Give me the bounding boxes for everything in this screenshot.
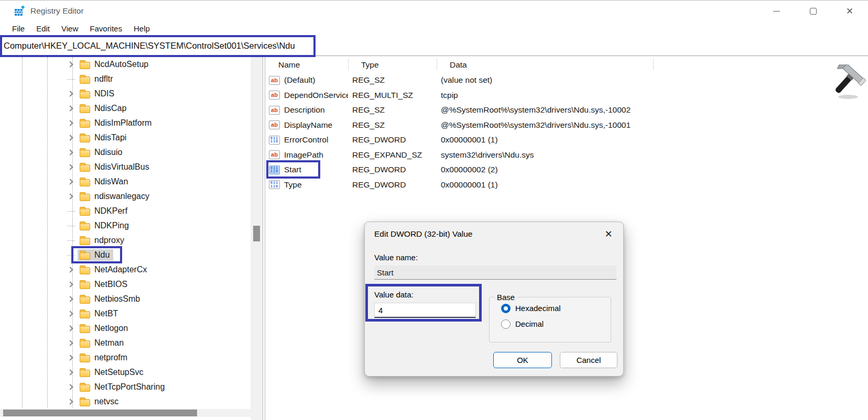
radio-button-icon[interactable] bbox=[501, 319, 511, 329]
tree-item-label[interactable]: NetBIOS bbox=[94, 280, 127, 289]
tree-item-Ndisuio[interactable]: Ndisuio bbox=[0, 145, 251, 160]
tree-item-NetTcpPortSharing[interactable]: NetTcpPortSharing bbox=[0, 380, 251, 394]
tree-item-label[interactable]: NdisCap bbox=[94, 104, 126, 113]
chevron-right-icon[interactable] bbox=[67, 61, 73, 67]
menu-file[interactable]: File bbox=[6, 23, 30, 34]
chevron-right-icon[interactable] bbox=[67, 311, 73, 316]
vertical-scrollbar-thumb[interactable] bbox=[253, 226, 260, 241]
address-path[interactable]: Computer\HKEY_LOCAL_MACHINE\SYSTEM\Contr… bbox=[4, 41, 295, 51]
tree-item-NetbiosSmb[interactable]: NetbiosSmb bbox=[0, 292, 251, 306]
chevron-right-icon[interactable] bbox=[67, 267, 73, 272]
tree-vertical-scrollbar[interactable] bbox=[251, 57, 263, 420]
maximize-button[interactable] bbox=[795, 1, 831, 21]
radio-button-icon[interactable] bbox=[501, 304, 511, 313]
dialog-close-icon[interactable]: ✕ bbox=[602, 227, 615, 241]
tree-item-ndfltr[interactable]: ndfltr bbox=[0, 72, 251, 86]
value-name[interactable]: ErrorControl bbox=[284, 135, 328, 145]
tree-item-NetBIOS[interactable]: NetBIOS bbox=[0, 277, 251, 292]
tree-item-NetBT[interactable]: NetBT bbox=[0, 306, 251, 321]
value-name[interactable]: Description bbox=[284, 105, 325, 115]
tree-item-ndproxy[interactable]: ndproxy bbox=[0, 233, 251, 248]
tree-item-label[interactable]: NetSetupSvc bbox=[94, 368, 143, 377]
tree-item-NdisVirtualBus[interactable]: NdisVirtualBus bbox=[0, 160, 251, 174]
tree-item-label[interactable]: netprofm bbox=[94, 353, 127, 362]
chevron-right-icon[interactable] bbox=[67, 355, 73, 360]
chevron-right-icon[interactable] bbox=[67, 193, 73, 199]
chevron-right-icon[interactable] bbox=[67, 325, 73, 331]
tree-item-label[interactable]: Netlogon bbox=[94, 324, 128, 333]
tree-item-NetAdapterCx[interactable]: NetAdapterCx bbox=[0, 262, 251, 277]
tree-item-label[interactable]: Netman bbox=[94, 338, 124, 348]
chevron-right-icon[interactable] bbox=[67, 296, 73, 302]
registry-value-row-Default[interactable]: ab (Default) REG_SZ (value not set) bbox=[265, 73, 868, 88]
chevron-right-icon[interactable] bbox=[67, 399, 73, 404]
registry-value-row-DisplayName[interactable]: ab DisplayName REG_SZ @%SystemRoot%\syst… bbox=[265, 118, 868, 133]
menu-view[interactable]: View bbox=[56, 23, 84, 34]
registry-value-row-Start[interactable]: 011110 Start REG_DWORD 0x00000002 (2) bbox=[265, 162, 868, 178]
close-button[interactable]: ✕ bbox=[831, 1, 868, 21]
chevron-right-icon[interactable] bbox=[67, 105, 73, 111]
tree-item-NDKPerf[interactable]: NDKPerf bbox=[0, 204, 251, 218]
chevron-right-icon[interactable] bbox=[67, 135, 73, 140]
tree-item-label[interactable]: ndiswanlegacy bbox=[94, 192, 149, 201]
tree-item-Ndu[interactable]: Ndu bbox=[0, 248, 251, 262]
menu-edit[interactable]: Edit bbox=[30, 23, 56, 34]
menu-favorites[interactable]: Favorites bbox=[84, 23, 128, 34]
column-separator[interactable] bbox=[437, 59, 437, 70]
cancel-button[interactable]: Cancel bbox=[560, 352, 617, 368]
tree-item-NcdAutoSetup[interactable]: NcdAutoSetup bbox=[0, 57, 251, 72]
tree-item-label[interactable]: NDKPerf bbox=[94, 206, 127, 216]
tree-item-netvsc[interactable]: netvsc bbox=[0, 394, 251, 409]
chevron-right-icon[interactable] bbox=[67, 340, 73, 346]
address-bar[interactable]: Computer\HKEY_LOCAL_MACHINE\SYSTEM\Contr… bbox=[0, 36, 868, 56]
tree-item-NdisWan[interactable]: NdisWan bbox=[0, 174, 251, 189]
tree-item-label[interactable]: NDIS bbox=[94, 89, 114, 98]
chevron-right-icon[interactable] bbox=[67, 91, 73, 96]
column-separator[interactable] bbox=[348, 59, 349, 70]
value-name[interactable]: (Default) bbox=[284, 75, 315, 85]
ok-button[interactable]: OK bbox=[493, 352, 552, 368]
value-name[interactable]: Start bbox=[284, 165, 301, 174]
tree-item-label[interactable]: NDKPing bbox=[94, 221, 129, 230]
column-header-name[interactable]: Name bbox=[265, 60, 348, 70]
value-data-input[interactable]: 4 bbox=[374, 303, 476, 318]
tree-item-NdisCap[interactable]: NdisCap bbox=[0, 101, 251, 116]
value-name[interactable]: ImagePath bbox=[284, 150, 323, 160]
tree-item-label[interactable]: NdisImPlatform bbox=[94, 118, 151, 128]
tree-item-label[interactable]: NetbiosSmb bbox=[94, 294, 140, 304]
column-separator[interactable] bbox=[653, 59, 654, 70]
chevron-right-icon[interactable] bbox=[67, 384, 73, 390]
tree-horizontal-scrollbar[interactable] bbox=[0, 409, 251, 417]
tree-item-label[interactable]: NdisTapi bbox=[94, 133, 126, 142]
value-name[interactable]: DependOnService bbox=[284, 91, 348, 100]
tree-item-NetSetupSvc[interactable]: NetSetupSvc bbox=[0, 365, 251, 380]
chevron-right-icon[interactable] bbox=[67, 281, 73, 287]
tree-item-label[interactable]: NcdAutoSetup bbox=[94, 60, 148, 69]
tree-item-label[interactable]: NdisWan bbox=[94, 177, 128, 186]
horizontal-scrollbar-thumb[interactable] bbox=[3, 410, 197, 416]
value-name[interactable]: Type bbox=[284, 180, 302, 190]
chevron-right-icon[interactable] bbox=[67, 149, 73, 155]
tree-item-label[interactable]: NetAdapterCx bbox=[94, 265, 147, 274]
tree-item-netprofm[interactable]: netprofm bbox=[0, 350, 251, 365]
menu-help[interactable]: Help bbox=[128, 23, 156, 34]
chevron-right-icon[interactable] bbox=[67, 369, 73, 375]
registry-value-row-Type[interactable]: 011110 Type REG_DWORD 0x00000001 (1) bbox=[265, 178, 868, 193]
tree-item-label[interactable]: netvsc bbox=[94, 397, 118, 406]
tree-item-label[interactable]: NdisVirtualBus bbox=[94, 162, 149, 172]
registry-value-row-ImagePath[interactable]: ab ImagePath REG_EXPAND_SZ system32\driv… bbox=[265, 148, 868, 163]
chevron-right-icon[interactable] bbox=[67, 179, 73, 184]
registry-value-row-ErrorControl[interactable]: 011110 ErrorControl REG_DWORD 0x00000001… bbox=[265, 132, 868, 148]
tree-item-label[interactable]: NetBT bbox=[94, 309, 118, 318]
value-name[interactable]: DisplayName bbox=[284, 120, 332, 130]
minimize-button[interactable] bbox=[758, 1, 795, 21]
tree-item-NdisTapi[interactable]: NdisTapi bbox=[0, 130, 251, 145]
tree-item-label[interactable]: ndfltr bbox=[94, 74, 113, 84]
tree-item-label[interactable]: Ndisuio bbox=[94, 148, 122, 157]
chevron-right-icon[interactable] bbox=[67, 164, 73, 170]
registry-value-row-Description[interactable]: ab Description REG_SZ @%SystemRoot%\syst… bbox=[265, 103, 868, 118]
decimal-radio[interactable]: Decimal bbox=[501, 319, 561, 329]
tree-item-NDIS[interactable]: NDIS bbox=[0, 86, 251, 101]
tree-item-label[interactable]: Ndu bbox=[94, 250, 110, 260]
tree-item-Netlogon[interactable]: Netlogon bbox=[0, 321, 251, 336]
